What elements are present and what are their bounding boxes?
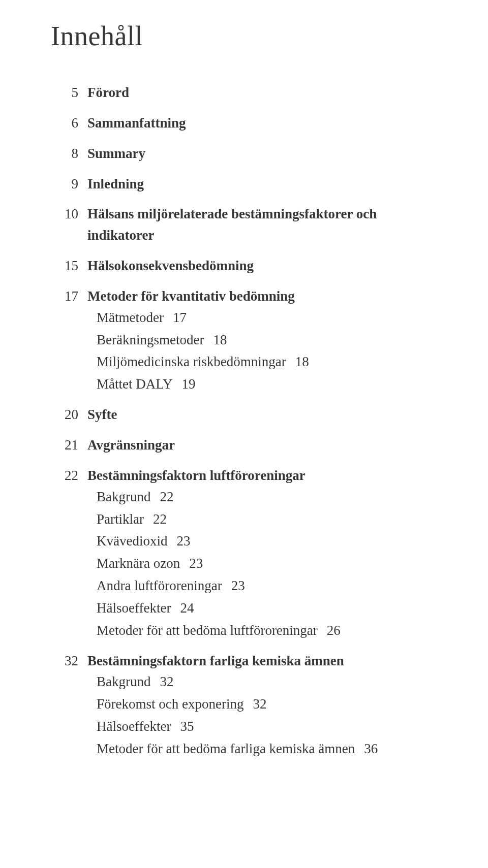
toc-subentry-label: Andra luftföroreningar bbox=[97, 578, 222, 593]
toc-subentry-label: Mätmetoder bbox=[97, 310, 164, 325]
toc-subentry-label: Måttet DALY bbox=[97, 376, 173, 392]
toc-entry-page: 9 bbox=[51, 174, 87, 195]
toc-entry-page: 32 bbox=[51, 651, 87, 672]
toc-subentry: Marknära ozon23 bbox=[97, 553, 437, 574]
toc-entry: 5Förord bbox=[51, 82, 437, 104]
toc-entry-page: 20 bbox=[51, 404, 87, 426]
toc-entry-page: 8 bbox=[51, 143, 87, 165]
toc-entry-line: 17Metoder för kvantitativ bedömning bbox=[51, 286, 437, 307]
toc-entry-line: 22Bestämningsfaktorn luftföroreningar bbox=[51, 465, 437, 487]
toc-entry-line: 32Bestämningsfaktorn farliga kemiska ämn… bbox=[51, 651, 437, 672]
toc-subentry-page: 22 bbox=[153, 511, 167, 527]
toc-subentry-label: Metoder för att bedöma luftföroreningar bbox=[97, 623, 318, 638]
toc-subentry-page: 23 bbox=[231, 578, 245, 593]
page-title: Innehåll bbox=[51, 20, 437, 52]
toc-subentry-label: Bakgrund bbox=[97, 489, 150, 504]
toc-subentry-label: Förekomst och exponering bbox=[97, 696, 243, 712]
toc-entry-page: 5 bbox=[51, 82, 87, 104]
toc-subentry-label: Hälsoeffekter bbox=[97, 719, 171, 734]
toc-entry-line: 5Förord bbox=[51, 82, 437, 104]
toc-entry: 22Bestämningsfaktorn luftföroreningarBak… bbox=[51, 465, 437, 641]
toc-subentry: Partiklar22 bbox=[97, 509, 437, 530]
toc-subentry: Metoder för att bedöma luftföroreningar2… bbox=[97, 620, 437, 641]
toc-subentry-page: 32 bbox=[253, 696, 266, 712]
toc-entry-page: 17 bbox=[51, 286, 87, 307]
toc-entry: 6Sammanfattning bbox=[51, 113, 437, 134]
toc-entry-line: 8Summary bbox=[51, 143, 437, 165]
page-container: Innehåll 5Förord6Sammanfattning8Summary9… bbox=[0, 0, 488, 799]
toc-entry-page: 22 bbox=[51, 465, 87, 487]
table-of-contents: 5Förord6Sammanfattning8Summary9Inledning… bbox=[51, 82, 437, 760]
toc-entry-page: 6 bbox=[51, 113, 87, 134]
toc-subentry: Hälsoeffekter24 bbox=[97, 598, 437, 619]
toc-subentry: Hälsoeffekter35 bbox=[97, 716, 437, 737]
toc-entry-line: 10Hälsans miljörelaterade bestämningsfak… bbox=[51, 204, 437, 246]
toc-subentry-page: 18 bbox=[213, 332, 227, 347]
toc-subentry-label: Metoder för att bedöma farliga kemiska ä… bbox=[97, 741, 355, 756]
toc-entry-page: 15 bbox=[51, 255, 87, 277]
toc-entry: 20Syfte bbox=[51, 404, 437, 426]
toc-subentry-label: Kvävedioxid bbox=[97, 533, 167, 549]
toc-subentry-page: 22 bbox=[160, 489, 173, 504]
toc-subentry: Måttet DALY19 bbox=[97, 374, 437, 395]
toc-entry-label: Hälsokonsekvensbedömning bbox=[87, 255, 437, 277]
toc-subentry-label: Marknära ozon bbox=[97, 556, 180, 571]
toc-entry-label: Hälsans miljörelaterade bestämningsfakto… bbox=[87, 204, 437, 246]
toc-subentry-page: 18 bbox=[295, 354, 309, 369]
toc-subentry: Förekomst och exponering32 bbox=[97, 694, 437, 715]
toc-subentry-label: Miljömedicinska riskbedömningar bbox=[97, 354, 286, 369]
toc-entry-line: 15Hälsokonsekvensbedömning bbox=[51, 255, 437, 277]
toc-subentry-page: 17 bbox=[173, 310, 187, 325]
toc-subentry-page: 24 bbox=[180, 600, 194, 616]
toc-entry: 8Summary bbox=[51, 143, 437, 165]
toc-entry-label: Förord bbox=[87, 82, 437, 104]
toc-subentry-page: 36 bbox=[364, 741, 378, 756]
toc-subentry: Mätmetoder17 bbox=[97, 307, 437, 329]
toc-entry-page: 10 bbox=[51, 204, 87, 225]
toc-entry-label: Metoder för kvantitativ bedömning bbox=[87, 286, 437, 307]
toc-entry-label: Inledning bbox=[87, 174, 437, 195]
toc-subentry-page: 26 bbox=[327, 623, 341, 638]
toc-entry-label: Syfte bbox=[87, 404, 437, 426]
toc-subentry-label: Beräkningsmetoder bbox=[97, 332, 204, 347]
toc-subentry-page: 19 bbox=[182, 376, 196, 392]
toc-entry-line: 21Avgränsningar bbox=[51, 435, 437, 456]
toc-entry: 15Hälsokonsekvensbedömning bbox=[51, 255, 437, 277]
toc-entry-page: 21 bbox=[51, 435, 87, 456]
toc-subentry: Miljömedicinska riskbedömningar18 bbox=[97, 351, 437, 373]
toc-entry: 21Avgränsningar bbox=[51, 435, 437, 456]
toc-subentry-page: 32 bbox=[160, 674, 173, 689]
toc-entry: 9Inledning bbox=[51, 174, 437, 195]
toc-entry-line: 9Inledning bbox=[51, 174, 437, 195]
toc-entry-label: Avgränsningar bbox=[87, 435, 437, 456]
toc-subentry: Bakgrund22 bbox=[97, 487, 437, 508]
toc-entry-label: Summary bbox=[87, 143, 437, 165]
toc-subentry-label: Partiklar bbox=[97, 511, 144, 527]
toc-subentry-page: 23 bbox=[176, 533, 190, 549]
toc-subentry-label: Bakgrund bbox=[97, 674, 150, 689]
toc-sublist: Mätmetoder17Beräkningsmetoder18Miljömedi… bbox=[51, 307, 437, 395]
toc-subentry-label: Hälsoeffekter bbox=[97, 600, 171, 616]
toc-subentry-page: 23 bbox=[189, 556, 203, 571]
toc-sublist: Bakgrund22Partiklar22Kvävedioxid23Marknä… bbox=[51, 487, 437, 641]
toc-subentry: Metoder för att bedöma farliga kemiska ä… bbox=[97, 738, 437, 760]
toc-subentry: Beräkningsmetoder18 bbox=[97, 330, 437, 351]
toc-subentry: Kvävedioxid23 bbox=[97, 531, 437, 552]
toc-subentry: Andra luftföroreningar23 bbox=[97, 575, 437, 597]
toc-entry-label: Bestämningsfaktorn farliga kemiska ämnen bbox=[87, 651, 437, 672]
toc-subentry: Bakgrund32 bbox=[97, 671, 437, 693]
toc-entry-label: Bestämningsfaktorn luftföroreningar bbox=[87, 465, 437, 487]
toc-entry: 10Hälsans miljörelaterade bestämningsfak… bbox=[51, 204, 437, 246]
toc-entry: 32Bestämningsfaktorn farliga kemiska ämn… bbox=[51, 651, 437, 760]
toc-entry-line: 20Syfte bbox=[51, 404, 437, 426]
toc-subentry-page: 35 bbox=[180, 719, 194, 734]
toc-sublist: Bakgrund32Förekomst och exponering32Häls… bbox=[51, 671, 437, 759]
toc-entry-line: 6Sammanfattning bbox=[51, 113, 437, 134]
toc-entry-label: Sammanfattning bbox=[87, 113, 437, 134]
toc-entry: 17Metoder för kvantitativ bedömningMätme… bbox=[51, 286, 437, 395]
